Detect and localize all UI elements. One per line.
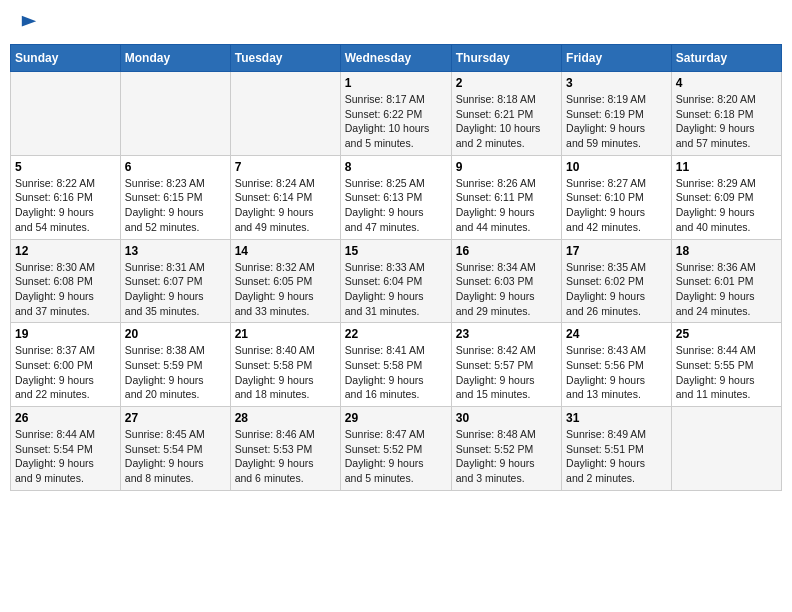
weekday-header-tuesday: Tuesday [230, 45, 340, 72]
day-cell: 3Sunrise: 8:19 AM Sunset: 6:19 PM Daylig… [562, 72, 672, 156]
day-number: 24 [566, 327, 667, 341]
day-cell: 31Sunrise: 8:49 AM Sunset: 5:51 PM Dayli… [562, 407, 672, 491]
day-number: 15 [345, 244, 447, 258]
day-number: 21 [235, 327, 336, 341]
week-row-3: 12Sunrise: 8:30 AM Sunset: 6:08 PM Dayli… [11, 239, 782, 323]
weekday-header-monday: Monday [120, 45, 230, 72]
day-info: Sunrise: 8:47 AM Sunset: 5:52 PM Dayligh… [345, 427, 447, 486]
week-row-4: 19Sunrise: 8:37 AM Sunset: 6:00 PM Dayli… [11, 323, 782, 407]
day-number: 14 [235, 244, 336, 258]
day-info: Sunrise: 8:22 AM Sunset: 6:16 PM Dayligh… [15, 176, 116, 235]
day-number: 1 [345, 76, 447, 90]
day-info: Sunrise: 8:44 AM Sunset: 5:54 PM Dayligh… [15, 427, 116, 486]
day-info: Sunrise: 8:23 AM Sunset: 6:15 PM Dayligh… [125, 176, 226, 235]
day-number: 20 [125, 327, 226, 341]
day-info: Sunrise: 8:35 AM Sunset: 6:02 PM Dayligh… [566, 260, 667, 319]
day-number: 28 [235, 411, 336, 425]
day-number: 19 [15, 327, 116, 341]
day-info: Sunrise: 8:37 AM Sunset: 6:00 PM Dayligh… [15, 343, 116, 402]
day-info: Sunrise: 8:32 AM Sunset: 6:05 PM Dayligh… [235, 260, 336, 319]
day-cell: 16Sunrise: 8:34 AM Sunset: 6:03 PM Dayli… [451, 239, 561, 323]
day-info: Sunrise: 8:42 AM Sunset: 5:57 PM Dayligh… [456, 343, 557, 402]
day-info: Sunrise: 8:49 AM Sunset: 5:51 PM Dayligh… [566, 427, 667, 486]
day-info: Sunrise: 8:18 AM Sunset: 6:21 PM Dayligh… [456, 92, 557, 151]
day-info: Sunrise: 8:48 AM Sunset: 5:52 PM Dayligh… [456, 427, 557, 486]
day-number: 2 [456, 76, 557, 90]
day-cell: 2Sunrise: 8:18 AM Sunset: 6:21 PM Daylig… [451, 72, 561, 156]
day-number: 18 [676, 244, 777, 258]
svg-marker-0 [22, 16, 36, 27]
day-cell [230, 72, 340, 156]
day-info: Sunrise: 8:31 AM Sunset: 6:07 PM Dayligh… [125, 260, 226, 319]
day-info: Sunrise: 8:25 AM Sunset: 6:13 PM Dayligh… [345, 176, 447, 235]
logo [18, 14, 38, 32]
weekday-header-wednesday: Wednesday [340, 45, 451, 72]
day-cell: 9Sunrise: 8:26 AM Sunset: 6:11 PM Daylig… [451, 155, 561, 239]
day-cell: 13Sunrise: 8:31 AM Sunset: 6:07 PM Dayli… [120, 239, 230, 323]
day-number: 16 [456, 244, 557, 258]
week-row-5: 26Sunrise: 8:44 AM Sunset: 5:54 PM Dayli… [11, 407, 782, 491]
day-cell: 11Sunrise: 8:29 AM Sunset: 6:09 PM Dayli… [671, 155, 781, 239]
day-info: Sunrise: 8:26 AM Sunset: 6:11 PM Dayligh… [456, 176, 557, 235]
day-cell: 12Sunrise: 8:30 AM Sunset: 6:08 PM Dayli… [11, 239, 121, 323]
day-info: Sunrise: 8:40 AM Sunset: 5:58 PM Dayligh… [235, 343, 336, 402]
weekday-header-friday: Friday [562, 45, 672, 72]
day-number: 25 [676, 327, 777, 341]
day-number: 4 [676, 76, 777, 90]
day-number: 31 [566, 411, 667, 425]
day-number: 29 [345, 411, 447, 425]
day-cell: 8Sunrise: 8:25 AM Sunset: 6:13 PM Daylig… [340, 155, 451, 239]
day-number: 9 [456, 160, 557, 174]
day-info: Sunrise: 8:44 AM Sunset: 5:55 PM Dayligh… [676, 343, 777, 402]
day-info: Sunrise: 8:46 AM Sunset: 5:53 PM Dayligh… [235, 427, 336, 486]
day-cell: 22Sunrise: 8:41 AM Sunset: 5:58 PM Dayli… [340, 323, 451, 407]
weekday-header-row: SundayMondayTuesdayWednesdayThursdayFrid… [11, 45, 782, 72]
day-cell: 1Sunrise: 8:17 AM Sunset: 6:22 PM Daylig… [340, 72, 451, 156]
day-info: Sunrise: 8:38 AM Sunset: 5:59 PM Dayligh… [125, 343, 226, 402]
day-number: 22 [345, 327, 447, 341]
day-info: Sunrise: 8:29 AM Sunset: 6:09 PM Dayligh… [676, 176, 777, 235]
day-cell: 20Sunrise: 8:38 AM Sunset: 5:59 PM Dayli… [120, 323, 230, 407]
day-cell: 18Sunrise: 8:36 AM Sunset: 6:01 PM Dayli… [671, 239, 781, 323]
day-cell: 28Sunrise: 8:46 AM Sunset: 5:53 PM Dayli… [230, 407, 340, 491]
logo-flag-icon [20, 14, 38, 32]
day-number: 3 [566, 76, 667, 90]
day-cell [671, 407, 781, 491]
day-cell: 6Sunrise: 8:23 AM Sunset: 6:15 PM Daylig… [120, 155, 230, 239]
day-number: 30 [456, 411, 557, 425]
day-number: 26 [15, 411, 116, 425]
day-info: Sunrise: 8:27 AM Sunset: 6:10 PM Dayligh… [566, 176, 667, 235]
week-row-2: 5Sunrise: 8:22 AM Sunset: 6:16 PM Daylig… [11, 155, 782, 239]
day-info: Sunrise: 8:30 AM Sunset: 6:08 PM Dayligh… [15, 260, 116, 319]
day-info: Sunrise: 8:45 AM Sunset: 5:54 PM Dayligh… [125, 427, 226, 486]
day-info: Sunrise: 8:19 AM Sunset: 6:19 PM Dayligh… [566, 92, 667, 151]
day-number: 6 [125, 160, 226, 174]
day-cell: 30Sunrise: 8:48 AM Sunset: 5:52 PM Dayli… [451, 407, 561, 491]
header [10, 10, 782, 36]
day-info: Sunrise: 8:24 AM Sunset: 6:14 PM Dayligh… [235, 176, 336, 235]
day-cell: 25Sunrise: 8:44 AM Sunset: 5:55 PM Dayli… [671, 323, 781, 407]
day-number: 27 [125, 411, 226, 425]
week-row-1: 1Sunrise: 8:17 AM Sunset: 6:22 PM Daylig… [11, 72, 782, 156]
day-number: 11 [676, 160, 777, 174]
day-cell: 15Sunrise: 8:33 AM Sunset: 6:04 PM Dayli… [340, 239, 451, 323]
day-number: 17 [566, 244, 667, 258]
day-cell: 19Sunrise: 8:37 AM Sunset: 6:00 PM Dayli… [11, 323, 121, 407]
day-cell: 27Sunrise: 8:45 AM Sunset: 5:54 PM Dayli… [120, 407, 230, 491]
day-cell: 17Sunrise: 8:35 AM Sunset: 6:02 PM Dayli… [562, 239, 672, 323]
day-number: 8 [345, 160, 447, 174]
day-number: 5 [15, 160, 116, 174]
weekday-header-saturday: Saturday [671, 45, 781, 72]
day-info: Sunrise: 8:20 AM Sunset: 6:18 PM Dayligh… [676, 92, 777, 151]
day-cell: 23Sunrise: 8:42 AM Sunset: 5:57 PM Dayli… [451, 323, 561, 407]
weekday-header-thursday: Thursday [451, 45, 561, 72]
day-cell: 7Sunrise: 8:24 AM Sunset: 6:14 PM Daylig… [230, 155, 340, 239]
page-container: SundayMondayTuesdayWednesdayThursdayFrid… [10, 10, 782, 491]
day-info: Sunrise: 8:17 AM Sunset: 6:22 PM Dayligh… [345, 92, 447, 151]
day-cell [120, 72, 230, 156]
day-number: 13 [125, 244, 226, 258]
day-info: Sunrise: 8:34 AM Sunset: 6:03 PM Dayligh… [456, 260, 557, 319]
day-cell: 4Sunrise: 8:20 AM Sunset: 6:18 PM Daylig… [671, 72, 781, 156]
day-info: Sunrise: 8:33 AM Sunset: 6:04 PM Dayligh… [345, 260, 447, 319]
day-number: 12 [15, 244, 116, 258]
